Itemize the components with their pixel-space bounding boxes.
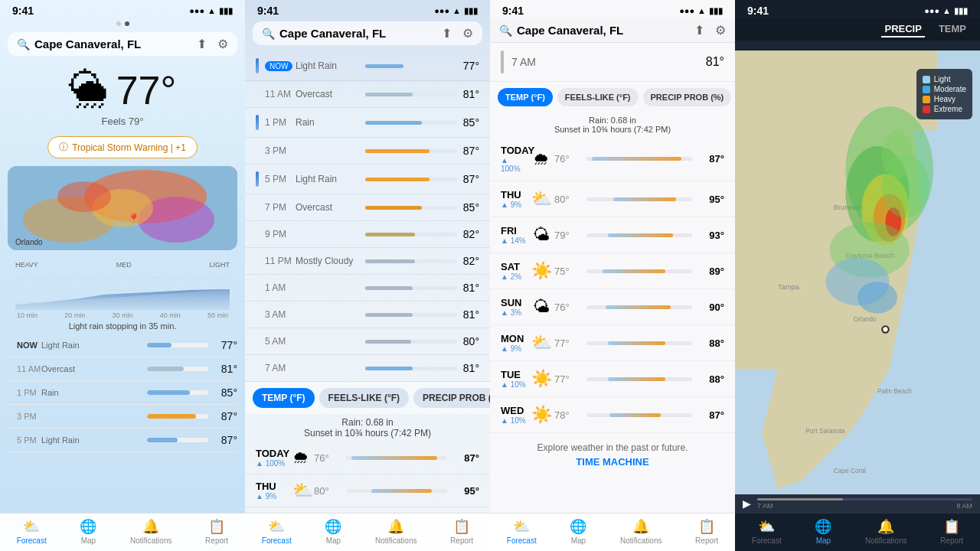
map-view[interactable]: Brunswick Daytona Beach Tampa Orlando Pa… — [735, 51, 980, 513]
search-bar-2: 🔍 Cape Canaveral, FL ⬆ ⚙ — [253, 21, 482, 45]
rain-chart-svg — [15, 270, 230, 310]
settings-icon-2[interactable]: ⚙ — [462, 26, 473, 41]
nav-forecast-3[interactable]: ⛅ Forecast — [507, 518, 537, 545]
nav-map-label-4: Map — [816, 536, 831, 545]
notif-icon-2: 🔔 — [387, 518, 404, 535]
forecast-icon-4: ⛅ — [758, 518, 775, 535]
location-display-3[interactable]: 🔍 Cape Canaveral, FL — [499, 24, 623, 37]
panel-map: 9:41 ●●● ▲ ▮▮▮ PRECIP TEMP Light Moderat… — [735, 0, 980, 551]
battery-icon-4: ▮▮▮ — [954, 6, 968, 16]
legend-moderate-label: Moderate — [934, 85, 966, 93]
location-display-1[interactable]: 🔍 Cape Canaveral, FL — [17, 37, 141, 51]
h2-bar-now — [365, 64, 457, 68]
h2-row-7pm: 7 PM Overcast 85° — [245, 194, 490, 221]
hourly-bar-3pm — [147, 414, 208, 419]
map-preview[interactable]: 📍 Orlando — [8, 166, 237, 250]
warning-text: Tropical Storm Warning | +1 — [72, 142, 186, 153]
svg-text:Cape Coral: Cape Coral — [834, 467, 866, 474]
daily-row-today-2: TODAY ▲ 100% 🌧 76° 87° — [245, 442, 490, 474]
location-display-2[interactable]: 🔍 Cape Canaveral, FL — [262, 27, 386, 40]
nav-forecast-2[interactable]: ⛅ Forecast — [262, 518, 292, 545]
svg-text:Palm Beach: Palm Beach — [877, 387, 912, 395]
status-icons-2: ●●● ▲ ▮▮▮ — [434, 6, 478, 16]
report-icon-3: 📋 — [698, 518, 715, 535]
tab-temp-2[interactable]: TEMP (°F) — [253, 388, 315, 408]
today-time-temp: 81° — [706, 55, 724, 69]
h2-bar-9pm — [365, 233, 457, 236]
main-weather-display: 🌦 77° Feels 79° — [0, 59, 245, 132]
map-tab-precip[interactable]: PRECIP — [881, 21, 924, 37]
status-bar-4: 9:41 ●●● ▲ ▮▮▮ — [735, 0, 980, 18]
search-bar-1: 🔍 Cape Canaveral, FL ⬆ ⚙ — [8, 32, 237, 56]
legend-heavy: Heavy — [923, 95, 966, 103]
hourly-row-1pm: 1 PM Rain 85° — [8, 381, 237, 405]
report-icon-1: 📋 — [208, 518, 225, 535]
time-machine-link[interactable]: TIME MACHINE — [499, 456, 726, 468]
map-legend: Light Moderate Heavy Extreme — [916, 69, 972, 119]
h2-row-5pm: 5 PM Light Rain 87° — [245, 165, 490, 194]
fri-icon-3: 🌤 — [528, 225, 554, 245]
nav-notif-1[interactable]: 🔔 Notifications — [130, 518, 172, 545]
battery-icon-1: ▮▮▮ — [219, 6, 233, 16]
nav-notif-3[interactable]: 🔔 Notifications — [620, 518, 662, 545]
time-slider[interactable] — [757, 498, 972, 500]
nav-report-1[interactable]: 📋 Report — [205, 518, 228, 545]
nav-forecast-4[interactable]: ⛅ Forecast — [752, 518, 782, 545]
wifi-icon-2: ▲ — [452, 6, 461, 15]
warning-badge[interactable]: ⓘ Tropical Storm Warning | +1 — [47, 136, 198, 158]
nav-forecast-label-4: Forecast — [752, 536, 782, 545]
nav-forecast-1[interactable]: ⛅ Forecast — [17, 518, 47, 545]
nav-notif-label-4: Notifications — [865, 536, 906, 545]
share-icon-3[interactable]: ⬆ — [694, 23, 704, 37]
daily-bar-mon-3 — [586, 341, 692, 345]
signal-icon-2: ●●● — [434, 6, 449, 15]
dot-1 — [116, 21, 121, 26]
map-pin: 📍 — [127, 213, 140, 225]
rain-heavy-label: HEAVY — [15, 261, 38, 269]
nav-map-2[interactable]: 🌐 Map — [325, 518, 341, 545]
nav-report-4[interactable]: 📋 Report — [940, 518, 963, 545]
report-icon-4: 📋 — [943, 518, 960, 535]
ttab-temp-3[interactable]: TEMP (°F) — [498, 88, 553, 106]
play-button[interactable]: ▶ — [743, 497, 751, 510]
hourly-bar-11am — [147, 367, 208, 371]
tab-precip-2[interactable]: PRECIP PROB (%) — [413, 388, 490, 408]
thu-icon-3: ⛅ — [528, 189, 554, 209]
share-icon-1[interactable]: ⬆ — [197, 37, 207, 51]
map-tab-temp[interactable]: TEMP — [936, 21, 969, 37]
nav-notif-2[interactable]: 🔔 Notifications — [375, 518, 416, 545]
location-name-2: Cape Canaveral, FL — [279, 27, 386, 40]
h2-bar-11pm — [365, 259, 457, 263]
h2-row-3am: 3 AM 81° — [245, 302, 490, 328]
nav-forecast-label-3: Forecast — [507, 536, 537, 545]
svg-text:Port Sarasota: Port Sarasota — [805, 427, 844, 435]
notif-icon-3: 🔔 — [632, 518, 649, 535]
daily-fri-3: FRI ▲ 14% 🌤 79° 93° — [490, 217, 735, 253]
today-time-bar: 7 AM 81° — [490, 43, 735, 82]
nav-map-1[interactable]: 🌐 Map — [80, 518, 96, 545]
bottom-nav-3: ⛅ Forecast 🌐 Map 🔔 Notifications 📋 Repor… — [490, 513, 735, 551]
today-time: 7 AM — [511, 56, 557, 68]
h2-bar-11am — [365, 93, 457, 96]
hourly-list-2: NOW Light Rain 77° 11 AM Overcast 81° 1 … — [245, 48, 490, 513]
notif-icon-4: 🔔 — [877, 518, 894, 535]
tab-feellike-2[interactable]: FEELS-LIKE (°F) — [319, 388, 409, 408]
panel-hourly-detail: 9:41 ●●● ▲ ▮▮▮ 🔍 Cape Canaveral, FL ⬆ ⚙ … — [245, 0, 490, 551]
daily-bar-thu-2 — [346, 489, 447, 493]
share-icon-2[interactable]: ⬆ — [442, 26, 452, 41]
h2-bar-5pm — [365, 178, 457, 181]
nav-map-3[interactable]: 🌐 Map — [570, 518, 586, 545]
ttab-feellike-3[interactable]: FEELS-LIKE (°F) — [557, 88, 639, 106]
nav-notif-4[interactable]: 🔔 Notifications — [865, 518, 906, 545]
nav-map-4[interactable]: 🌐 Map — [815, 518, 831, 545]
h2-row-1am: 1 AM 81° — [245, 275, 490, 302]
sun-icon-3: 🌤 — [528, 297, 554, 317]
settings-icon-3[interactable]: ⚙ — [715, 23, 726, 37]
settings-icon-1[interactable]: ⚙ — [217, 37, 228, 51]
ttab-precip-3[interactable]: PRECIP PROB (%) — [643, 88, 732, 106]
nav-report-3[interactable]: 📋 Report — [695, 518, 718, 545]
map-top-bar: PRECIP TEMP — [735, 18, 980, 41]
h2-bar-3pm — [365, 149, 457, 153]
nav-report-2[interactable]: 📋 Report — [450, 518, 473, 545]
h2-row-11pm: 11 PM Mostly Cloudy 82° — [245, 248, 490, 275]
